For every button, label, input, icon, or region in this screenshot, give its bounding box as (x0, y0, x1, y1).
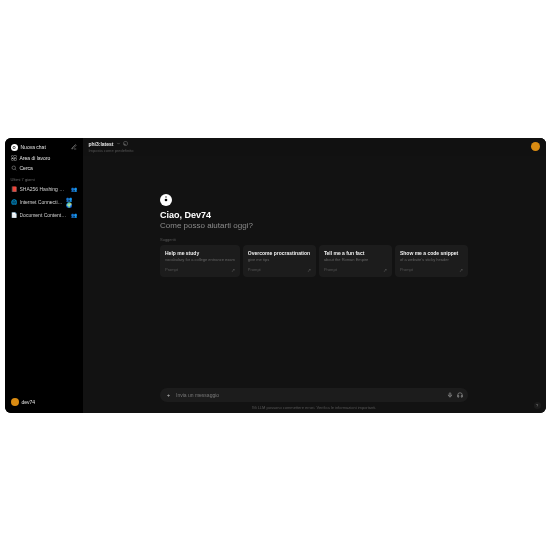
avatar[interactable] (531, 142, 540, 151)
search-icon (11, 165, 17, 171)
new-chat-label: Nuova chat (21, 144, 46, 150)
suggestion-card[interactable]: Help me study vocabulary for a college e… (160, 245, 240, 277)
new-chat-button[interactable]: O Nuova chat (8, 142, 80, 153)
headphones-icon[interactable] (457, 392, 463, 398)
svg-rect-3 (14, 158, 16, 160)
suggestion-card[interactable]: Tell me a fun fact about the Roman Empir… (319, 245, 392, 277)
chat-title: Document Content Insight (20, 212, 68, 218)
logo-icon: O (11, 144, 18, 151)
arrow-icon: ↗ (231, 267, 235, 273)
suggestion-card[interactable]: Overcome procrastination give me tips Pr… (243, 245, 316, 277)
svg-rect-9 (449, 392, 451, 395)
chat-emoji-icon: 📕 (11, 186, 17, 192)
chat-history-item[interactable]: 📄 Document Content Insight 👥 (8, 210, 80, 220)
chat-title: SHA256 Hashing Guide (20, 186, 68, 192)
grid-icon (11, 155, 17, 161)
model-selector[interactable]: phi3:latest (89, 141, 114, 147)
suggestion-card[interactable]: Show me a code snippet of a website's st… (395, 245, 468, 277)
svg-line-5 (15, 169, 16, 170)
chat-suffix-icon: 👥 (71, 212, 77, 218)
chat-emoji-icon: 🌐 (11, 199, 17, 205)
svg-rect-2 (11, 158, 13, 160)
app-window: O Nuova chat Area di lavoro Cerca Ultimi… (5, 138, 546, 413)
chat-suffix-icon: 👥 (71, 186, 77, 192)
card-tag: Prompt (248, 267, 261, 272)
topbar: phi3:latest + Imposta come predefinito (83, 138, 546, 156)
chat-input-container: + (160, 388, 468, 402)
suggested-label: Suggeriti (160, 237, 468, 242)
card-subtitle: give me tips (248, 257, 311, 262)
chat-title: Internet Connectivity? (20, 199, 63, 205)
logo-icon (160, 194, 172, 206)
help-button[interactable]: ? (534, 402, 541, 409)
user-name: dev74 (22, 399, 36, 405)
arrow-icon: ↗ (383, 267, 387, 273)
chevron-down-icon[interactable] (116, 141, 121, 146)
card-title: Overcome procrastination (248, 250, 311, 256)
card-tag: Prompt (400, 267, 413, 272)
chat-suffix-icon: 👥🌍 (66, 196, 77, 208)
chat-history-item[interactable]: 📕 SHA256 Hashing Guide 👥 (8, 184, 80, 194)
footer-disclaimer: Gli LLM possono commettere errori. Verif… (83, 405, 546, 413)
center-stage: Ciao, Dev74 Come posso aiutarti oggi? Su… (83, 156, 546, 388)
microphone-icon[interactable] (447, 392, 453, 398)
edit-icon[interactable] (71, 144, 77, 150)
svg-rect-0 (11, 155, 13, 157)
svg-rect-11 (458, 395, 459, 397)
svg-point-7 (165, 198, 168, 201)
card-subtitle: vocabulary for a college entrance exam (165, 257, 235, 262)
set-default-hint[interactable]: Imposta come predefinito (89, 148, 134, 153)
message-input[interactable] (176, 392, 443, 398)
sidebar-item-search[interactable]: Cerca (8, 163, 80, 173)
chat-emoji-icon: 📄 (11, 212, 17, 218)
svg-rect-1 (14, 155, 16, 157)
main-area: phi3:latest + Imposta come predefinito C… (83, 138, 546, 413)
card-title: Show me a code snippet (400, 250, 463, 256)
add-model-button[interactable]: + (123, 141, 128, 146)
sidebar: O Nuova chat Area di lavoro Cerca Ultimi… (5, 138, 83, 413)
svg-point-4 (12, 166, 16, 170)
card-subtitle: of a website's sticky header (400, 257, 463, 262)
card-title: Tell me a fun fact (324, 250, 387, 256)
sidebar-user[interactable]: dev74 (8, 395, 80, 409)
chat-history-item[interactable]: 🌐 Internet Connectivity? 👥🌍 (8, 194, 80, 210)
svg-rect-12 (461, 395, 462, 397)
arrow-icon: ↗ (307, 267, 311, 273)
avatar (11, 398, 19, 406)
sidebar-section-title: Ultimi 7 giorni (8, 173, 80, 184)
greeting-subtitle: Come posso aiutarti oggi? (160, 221, 468, 230)
sidebar-item-label: Area di lavoro (20, 155, 51, 161)
svg-rect-8 (166, 196, 167, 198)
card-tag: Prompt (324, 267, 337, 272)
greeting-title: Ciao, Dev74 (160, 210, 468, 220)
card-subtitle: about the Roman Empire (324, 257, 387, 262)
sidebar-item-label: Cerca (20, 165, 33, 171)
arrow-icon: ↗ (459, 267, 463, 273)
attach-button[interactable]: + (165, 391, 172, 398)
suggestion-cards: Help me study vocabulary for a college e… (160, 245, 468, 277)
sidebar-item-workspace[interactable]: Area di lavoro (8, 153, 80, 163)
card-title: Help me study (165, 250, 235, 256)
card-tag: Prompt (165, 267, 178, 272)
